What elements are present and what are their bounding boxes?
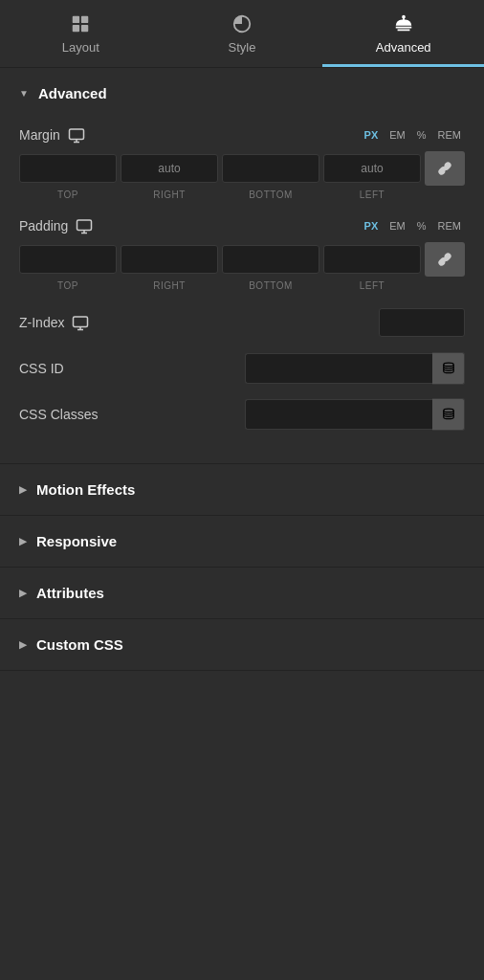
custom-css-header[interactable]: ▶ Custom CSS [0,619,484,670]
padding-label-text: Padding [19,218,68,234]
margin-right-label: RIGHT [121,189,218,200]
svg-rect-0 [73,16,79,23]
margin-unit-px[interactable]: PX [361,128,383,142]
margin-unit-rem[interactable]: REM [434,128,465,142]
zindex-row: Z-Index [19,308,465,337]
padding-link-button[interactable] [425,242,465,277]
attributes-title: Attributes [36,585,104,601]
margin-right-input[interactable] [121,154,218,183]
padding-left-input[interactable] [323,245,421,274]
margin-sub-labels: TOP RIGHT BOTTOM LEFT [19,189,465,200]
responsive-arrow-icon: ▶ [19,536,27,546]
svg-rect-2 [73,25,79,32]
database-icon [442,362,455,375]
margin-left-input[interactable] [323,154,421,183]
custom-css-title: Custom CSS [36,636,123,653]
css-classes-input-wrap [245,398,465,431]
margin-unit-em[interactable]: EM [385,128,409,142]
padding-unit-px[interactable]: PX [361,219,383,233]
padding-label: Padding [19,217,93,234]
attributes-arrow-icon: ▶ [19,588,27,598]
margin-bottom-input[interactable] [222,154,319,183]
padding-right-label: RIGHT [121,280,218,291]
margin-unit-percent[interactable]: % [413,128,430,142]
advanced-panel: ▼ Advanced Margin PX EM % REM [0,68,484,464]
padding-unit-rem[interactable]: REM [434,219,465,233]
css-classes-row: CSS Classes [19,398,465,431]
advanced-section-content: Margin PX EM % REM [0,119,484,463]
zindex-monitor-icon [72,314,89,331]
margin-label-row: Margin PX EM % REM [19,126,465,144]
padding-unit-percent[interactable]: % [413,219,430,233]
margin-top-input[interactable] [19,154,117,183]
padding-bottom-label: BOTTOM [222,280,319,291]
advanced-section-title: Advanced [38,85,107,101]
padding-label-row: Padding PX EM % REM [19,217,465,234]
tab-style-label: Style [229,40,256,55]
zindex-label-text: Z-Index [19,315,64,330]
attributes-header[interactable]: ▶ Attributes [0,568,484,618]
margin-link-button[interactable] [425,151,465,186]
svg-rect-7 [74,317,88,327]
tab-advanced-label: Advanced [376,40,431,55]
svg-point-8 [443,363,453,367]
css-classes-input[interactable] [245,399,432,430]
css-classes-icon-button[interactable] [432,398,465,431]
motion-effects-arrow-icon: ▶ [19,484,27,495]
tab-bar: Layout Style Advanced [0,0,484,68]
svg-rect-3 [81,25,88,32]
css-id-input[interactable] [245,353,432,384]
padding-link-icon [437,252,452,267]
padding-monitor-icon [76,217,93,234]
custom-css-arrow-icon: ▶ [19,639,27,650]
margin-top-label: TOP [19,189,117,200]
attributes-section: ▶ Attributes [0,568,484,619]
motion-effects-section: ▶ Motion Effects [0,464,484,516]
padding-left-label: LEFT [323,280,421,291]
css-id-row: CSS ID [19,352,465,385]
advanced-arrow-icon: ▼ [19,88,29,99]
svg-rect-1 [81,16,88,23]
padding-top-input[interactable] [19,245,117,274]
padding-sub-labels: TOP RIGHT BOTTOM LEFT [19,280,465,291]
style-icon [231,13,253,34]
css-classes-label: CSS Classes [19,407,105,422]
responsive-header[interactable]: ▶ Responsive [0,516,484,567]
padding-inputs [19,242,465,277]
padding-unit-em[interactable]: EM [385,219,409,233]
advanced-icon [393,13,414,34]
tab-advanced[interactable]: Advanced [322,0,484,67]
motion-effects-title: Motion Effects [36,481,135,498]
tab-style[interactable]: Style [162,0,323,67]
css-id-input-wrap [245,352,465,385]
zindex-input[interactable] [379,308,465,337]
responsive-section: ▶ Responsive [0,516,484,568]
padding-right-input[interactable] [121,245,218,274]
layout-icon [70,13,91,34]
tab-layout-label: Layout [62,40,99,55]
tab-layout[interactable]: Layout [0,0,162,67]
margin-group: Margin PX EM % REM [19,126,465,200]
padding-group: Padding PX EM % REM [19,217,465,291]
padding-top-label: TOP [19,280,117,291]
advanced-section-header[interactable]: ▼ Advanced [0,68,484,119]
margin-bottom-label: BOTTOM [222,189,319,200]
margin-monitor-icon [68,126,85,144]
margin-label: Margin [19,126,85,144]
margin-left-label: LEFT [323,189,421,200]
margin-inputs [19,151,465,186]
motion-effects-header[interactable]: ▶ Motion Effects [0,464,484,515]
css-id-icon-button[interactable] [432,352,465,385]
svg-rect-6 [77,220,92,231]
padding-units: PX EM % REM [361,219,465,233]
svg-point-9 [443,409,453,412]
zindex-label: Z-Index [19,314,89,331]
svg-rect-5 [69,129,83,140]
database-classes-icon [442,408,455,421]
margin-label-text: Margin [19,127,60,143]
css-id-label: CSS ID [19,361,105,376]
margin-units: PX EM % REM [361,128,465,142]
padding-bottom-input[interactable] [222,245,319,274]
custom-css-section: ▶ Custom CSS [0,619,484,671]
responsive-title: Responsive [36,533,117,549]
